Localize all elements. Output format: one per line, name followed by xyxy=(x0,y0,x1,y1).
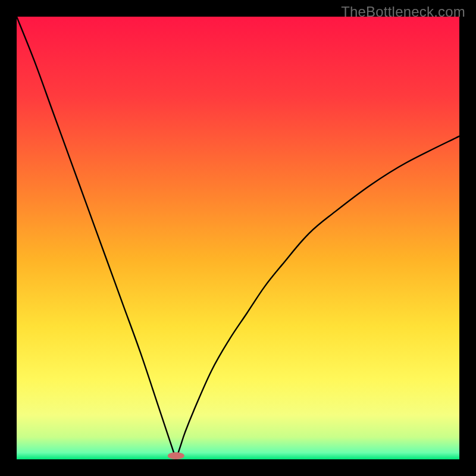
chart-frame: TheBottleneck.com xyxy=(0,0,476,476)
watermark-text: TheBottleneck.com xyxy=(341,4,465,20)
vertex-marker xyxy=(168,452,184,459)
plot-background xyxy=(17,17,459,459)
bottleneck-chart xyxy=(17,17,459,459)
